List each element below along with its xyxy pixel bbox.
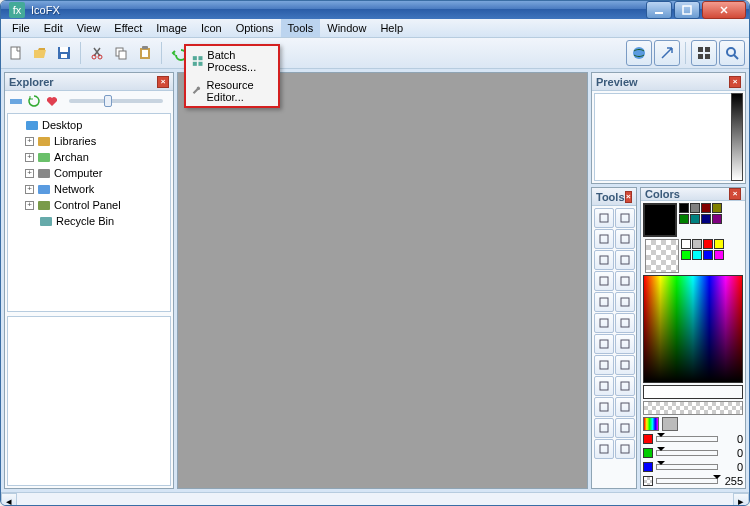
- tool-hand[interactable]: [594, 355, 614, 375]
- tool-rect[interactable]: [594, 292, 614, 312]
- tool-arrow[interactable]: [654, 40, 680, 66]
- tool-brush[interactable]: [615, 271, 635, 291]
- red-slider[interactable]: [656, 436, 718, 442]
- tool-move[interactable]: [615, 229, 635, 249]
- swatch[interactable]: [681, 239, 691, 249]
- tool-bucket[interactable]: [615, 250, 635, 270]
- swatch[interactable]: [712, 214, 722, 224]
- gray-icon[interactable]: [662, 417, 678, 431]
- tool-zoom[interactable]: [719, 40, 745, 66]
- swatch[interactable]: [681, 250, 691, 260]
- copy-button[interactable]: [110, 42, 132, 64]
- menu-window[interactable]: Window: [320, 19, 373, 37]
- tree-item[interactable]: Recycle Bin: [11, 213, 167, 229]
- menu-effect[interactable]: Effect: [107, 19, 149, 37]
- swatch[interactable]: [714, 239, 724, 249]
- menu-resource-editor[interactable]: Resource Editor...: [186, 76, 278, 106]
- tree-item[interactable]: +Archan: [11, 149, 167, 165]
- tool-grad1[interactable]: [594, 397, 614, 417]
- drive-icon[interactable]: [9, 94, 23, 108]
- swatch[interactable]: [701, 214, 711, 224]
- tree-item[interactable]: +Control Panel: [11, 197, 167, 213]
- swatch[interactable]: [703, 250, 713, 260]
- menu-help[interactable]: Help: [373, 19, 410, 37]
- menu-icon[interactable]: Icon: [194, 19, 229, 37]
- tool-wand[interactable]: [594, 250, 614, 270]
- menu-batch-process[interactable]: Batch Process...: [186, 46, 278, 76]
- menu-view[interactable]: View: [70, 19, 108, 37]
- swatch[interactable]: [692, 239, 702, 249]
- tool-grad2[interactable]: [615, 397, 635, 417]
- horizontal-scrollbar[interactable]: ◂ ▸: [1, 492, 749, 506]
- tool-rot-l[interactable]: [594, 418, 614, 438]
- paste-button[interactable]: [134, 42, 156, 64]
- tool-pencil[interactable]: [594, 271, 614, 291]
- scroll-left-button[interactable]: ◂: [1, 493, 17, 506]
- lightness-picker[interactable]: [643, 385, 743, 399]
- menu-edit[interactable]: Edit: [37, 19, 70, 37]
- tool-ellipse[interactable]: [594, 313, 614, 333]
- tool-crop[interactable]: [615, 208, 635, 228]
- bg-swatch[interactable]: [645, 239, 679, 273]
- swatch[interactable]: [679, 214, 689, 224]
- titlebar[interactable]: fx IcoFX: [1, 1, 749, 19]
- tree-item[interactable]: Desktop: [11, 117, 167, 133]
- tool-text[interactable]: [594, 229, 614, 249]
- swatch[interactable]: [703, 239, 713, 249]
- tool-rectf[interactable]: [615, 292, 635, 312]
- expand-icon[interactable]: +: [25, 169, 34, 178]
- explorer-close-icon[interactable]: ×: [157, 76, 169, 88]
- close-button[interactable]: [702, 1, 746, 19]
- tools-close-icon[interactable]: ×: [625, 191, 632, 203]
- tool-flip-v[interactable]: [615, 439, 635, 459]
- tool-grid[interactable]: [691, 40, 717, 66]
- tree-item[interactable]: +Libraries: [11, 133, 167, 149]
- new-button[interactable]: [5, 42, 27, 64]
- menu-tools[interactable]: Tools: [281, 19, 321, 37]
- cut-button[interactable]: [86, 42, 108, 64]
- maximize-button[interactable]: [674, 1, 700, 19]
- menu-image[interactable]: Image: [149, 19, 194, 37]
- tool-ellipsef[interactable]: [615, 313, 635, 333]
- minimize-button[interactable]: [646, 1, 672, 19]
- value-gradient[interactable]: [731, 93, 743, 181]
- swatch[interactable]: [679, 203, 689, 213]
- expand-icon[interactable]: +: [25, 153, 34, 162]
- swatch[interactable]: [714, 250, 724, 260]
- alpha-slider[interactable]: [656, 478, 718, 484]
- tree-item[interactable]: +Computer: [11, 165, 167, 181]
- tree-item[interactable]: +Network: [11, 181, 167, 197]
- expand-icon[interactable]: +: [25, 201, 34, 210]
- swatch[interactable]: [692, 250, 702, 260]
- colors-close-icon[interactable]: ×: [729, 188, 741, 200]
- explorer-zoom-slider[interactable]: [69, 99, 163, 103]
- green-slider[interactable]: [656, 450, 718, 456]
- tool-light[interactable]: [594, 376, 614, 396]
- scroll-right-button[interactable]: ▸: [733, 493, 749, 506]
- blue-slider[interactable]: [656, 464, 718, 470]
- tool-select[interactable]: [594, 208, 614, 228]
- menu-file[interactable]: File: [5, 19, 37, 37]
- canvas-area[interactable]: [177, 72, 588, 489]
- save-button[interactable]: [53, 42, 75, 64]
- tool-eraser[interactable]: [615, 334, 635, 354]
- foreground-swatch[interactable]: [643, 203, 677, 237]
- tool-zoom[interactable]: [615, 355, 635, 375]
- tool-flip-h[interactable]: [594, 439, 614, 459]
- explorer-tree[interactable]: Desktop+Libraries+Archan+Computer+Networ…: [7, 113, 171, 312]
- heart-icon[interactable]: [45, 94, 59, 108]
- alpha-picker[interactable]: [643, 401, 743, 415]
- tool-drop[interactable]: [615, 376, 635, 396]
- expand-icon[interactable]: +: [25, 137, 34, 146]
- tool-rot-r[interactable]: [615, 418, 635, 438]
- color-picker[interactable]: [643, 275, 743, 383]
- tool-world[interactable]: [626, 40, 652, 66]
- refresh-icon[interactable]: [27, 94, 41, 108]
- swatch[interactable]: [690, 203, 700, 213]
- swatch[interactable]: [701, 203, 711, 213]
- expand-icon[interactable]: +: [25, 185, 34, 194]
- swatch[interactable]: [712, 203, 722, 213]
- swatch[interactable]: [690, 214, 700, 224]
- tool-line[interactable]: [594, 334, 614, 354]
- preview-close-icon[interactable]: ×: [729, 76, 741, 88]
